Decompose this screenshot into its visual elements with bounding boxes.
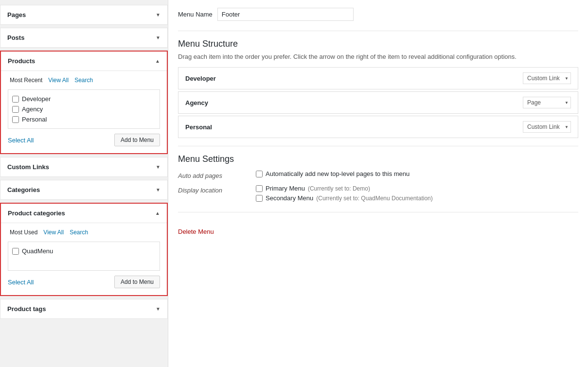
products-body: Most Recent View All Search Developer Ag… [1,70,167,153]
products-item-personal[interactable]: Personal [12,114,156,124]
product-categories-tab-most-used[interactable]: Most Used [8,228,39,237]
display-location-label: Display location [178,185,256,194]
pages-section: Pages ▼ [0,5,168,25]
product-categories-arrow-icon: ▲ [155,210,160,216]
products-item-developer-label: Developer [22,95,51,103]
settings-grid: Auto add pages Automatically add new top… [178,170,578,204]
menu-name-input[interactable] [217,8,354,21]
product-categories-tab-search[interactable]: Search [68,228,90,237]
products-items-box: Developer Agency Personal [8,89,160,129]
products-tab-search[interactable]: Search [72,76,95,85]
products-select-all[interactable]: Select All [8,137,34,144]
categories-header[interactable]: Categories ▼ [0,180,167,199]
product-categories-header[interactable]: Product categories ▲ [1,204,167,223]
secondary-menu-checkbox[interactable] [256,195,263,202]
menu-item-personal-right: Custom Link Page Category [523,121,571,133]
products-checkbox-agency[interactable] [12,106,19,113]
menu-item-agency[interactable]: Agency Custom Link Page Category [178,91,578,114]
posts-header[interactable]: Posts ▼ [0,28,167,47]
menu-structure-heading: Menu Structure [178,39,578,49]
products-section: Products ▲ Most Recent View All Search D… [0,51,168,154]
auto-add-pages-label: Auto add pages [178,170,256,179]
products-title: Products [8,57,35,65]
menu-item-agency-label: Agency [185,99,208,106]
custom-links-section: Custom Links ▼ [0,157,168,177]
product-categories-section: Product categories ▲ Most Used View All … [0,203,168,296]
posts-section: Posts ▼ [0,28,168,48]
product-tags-title: Product tags [7,305,46,313]
menu-item-personal[interactable]: Personal Custom Link Page Category [178,116,578,138]
menu-item-agency-right: Custom Link Page Category [523,97,571,108]
categories-section: Categories ▼ [0,180,168,200]
product-tags-arrow-icon: ▼ [156,306,160,312]
categories-arrow-icon: ▼ [156,187,160,192]
auto-add-pages-row[interactable]: Automatically add new top-level pages to… [256,170,578,177]
pages-arrow-icon: ▼ [156,12,160,17]
product-categories-tabs: Most Used View All Search [8,228,160,237]
menu-settings-heading: Menu Settings [178,154,578,164]
products-header[interactable]: Products ▲ [1,52,167,70]
products-checkbox-personal[interactable] [12,116,19,123]
menu-item-personal-type-select[interactable]: Custom Link Page Category [523,121,571,133]
product-categories-checkbox-quadmenu[interactable] [12,248,19,255]
product-categories-select-all[interactable]: Select All [8,279,34,286]
menu-items-list: Developer Custom Link Page Category Agen… [178,67,578,138]
menu-item-developer[interactable]: Developer Custom Link Page Category [178,67,578,89]
product-categories-body: Most Used View All Search QuadMenu Selec… [1,223,167,295]
menu-item-agency-type-select[interactable]: Custom Link Page Category [523,97,571,108]
posts-title: Posts [7,34,24,41]
products-arrow-icon: ▲ [155,58,160,64]
product-categories-item-quadmenu[interactable]: QuadMenu [12,246,156,256]
pages-title: Pages [7,11,26,18]
separator-1 [178,31,578,31]
custom-links-arrow-icon: ▼ [156,164,160,170]
menu-item-developer-type-wrapper: Custom Link Page Category [523,72,571,84]
auto-add-pages-text: Automatically add new top-level pages to… [266,170,410,177]
drag-instruction: Drag each item into the order you prefer… [178,53,578,60]
menu-item-agency-type-wrapper: Custom Link Page Category [523,97,571,108]
primary-menu-checkbox[interactable] [256,185,263,192]
display-location-value: Primary Menu (Currently set to: Demo) Se… [256,185,578,204]
product-tags-section: Product tags ▼ [0,299,168,319]
product-categories-items-box: QuadMenu [8,242,160,271]
products-item-agency-label: Agency [22,105,43,113]
products-item-agency[interactable]: Agency [12,104,156,114]
secondary-menu-note: (Currently set to: QuadMenu Documentatio… [316,195,432,202]
menu-name-row: Menu Name [178,8,578,21]
menu-item-personal-type-wrapper: Custom Link Page Category [523,121,571,133]
primary-menu-label: Primary Menu [266,185,305,192]
product-tags-header[interactable]: Product tags ▼ [0,299,167,318]
sidebar: Pages ▼ Posts ▼ Products ▲ Most Recent V… [0,0,168,367]
product-categories-title: Product categories [8,210,65,217]
secondary-menu-row[interactable]: Secondary Menu (Currently set to: QuadMe… [256,194,578,202]
products-tab-view-all[interactable]: View All [46,76,71,85]
menu-item-personal-label: Personal [185,123,212,131]
menu-item-developer-right: Custom Link Page Category [523,72,571,84]
primary-menu-row[interactable]: Primary Menu (Currently set to: Demo) [256,185,578,192]
product-categories-bottom-row: Select All Add to Menu [8,276,160,288]
posts-arrow-icon: ▼ [156,35,160,40]
products-tab-most-recent[interactable]: Most Recent [8,76,44,85]
footer-area: Delete Menu [178,212,578,235]
menu-item-developer-label: Developer [185,75,216,82]
product-categories-item-quadmenu-label: QuadMenu [22,247,53,255]
products-tabs: Most Recent View All Search [8,76,160,85]
product-categories-tab-view-all[interactable]: View All [41,228,66,237]
custom-links-header[interactable]: Custom Links ▼ [0,157,167,176]
products-item-personal-label: Personal [22,116,47,123]
menu-item-developer-type-select[interactable]: Custom Link Page Category [523,72,571,84]
product-categories-add-to-menu-button[interactable]: Add to Menu [114,276,160,288]
custom-links-title: Custom Links [7,163,49,171]
primary-menu-note: (Currently set to: Demo) [308,185,370,192]
main-content: Menu Name Menu Structure Drag each item … [168,0,588,367]
pages-header[interactable]: Pages ▼ [0,5,167,24]
delete-menu-link[interactable]: Delete Menu [178,228,214,235]
separator-2 [178,146,578,146]
auto-add-pages-checkbox[interactable] [256,171,263,177]
products-add-to-menu-button[interactable]: Add to Menu [114,134,160,146]
categories-title: Categories [7,186,40,193]
products-checkbox-developer[interactable] [12,96,19,103]
products-item-developer[interactable]: Developer [12,94,156,104]
products-bottom-row: Select All Add to Menu [8,134,160,146]
secondary-menu-label: Secondary Menu [266,194,313,202]
